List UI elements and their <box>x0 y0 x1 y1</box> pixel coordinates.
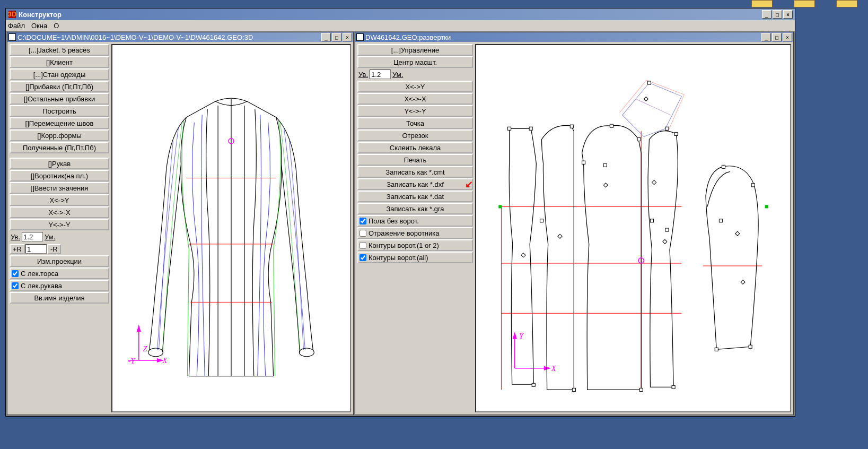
svg-rect-38 <box>572 388 575 391</box>
svg-rect-40 <box>672 385 675 388</box>
btn-upr[interactable]: [...]Управление <box>357 44 473 56</box>
menu-file[interactable]: Файл <box>8 22 25 30</box>
btn-xy2[interactable]: X<->Y <box>357 81 473 92</box>
lbl-pola: Пола без ворот. <box>369 217 419 225</box>
sub-title-flat: DW461642.GEO:развертки <box>365 33 761 41</box>
btn-korr[interactable]: []Корр.формы <box>10 129 109 141</box>
btn-zap-dat[interactable]: Записать как *.dat <box>357 191 473 202</box>
doc-icon <box>356 33 364 41</box>
svg-rect-41 <box>540 219 543 222</box>
sub-minimize-button[interactable]: _ <box>321 33 331 41</box>
lbl-otrazh: Отражение воротника <box>369 229 440 237</box>
btn-ostalnye[interactable]: []Остальные прибавки <box>10 93 109 105</box>
svg-text:-Y: -Y <box>128 357 136 365</box>
btn-xx2[interactable]: X<->-X <box>357 93 473 105</box>
svg-rect-36 <box>674 132 678 135</box>
svg-rect-46 <box>647 81 651 84</box>
svg-rect-50 <box>715 348 718 351</box>
desktop-folder-icon[interactable] <box>751 0 773 7</box>
desktop-folder-icon[interactable] <box>836 0 857 7</box>
sub-titlebar-3d[interactable]: C:\DOCUME~1\ADMIN\0016~1\DEMO-V~1\DEMO-V… <box>7 32 353 42</box>
svg-text:Y: Y <box>519 332 524 340</box>
btn-poluch[interactable]: Полученные (Пг,Пт,Пб) <box>10 142 109 153</box>
maximize-button[interactable]: □ <box>773 10 782 19</box>
chk-slek-rukava[interactable] <box>12 282 19 289</box>
main-window: 3D Конструктор _ □ × Файл Окна О C:\DOCU… <box>5 8 795 417</box>
svg-rect-51 <box>749 345 752 348</box>
svg-rect-42 <box>582 161 585 164</box>
menu-about[interactable]: О <box>54 22 59 30</box>
btn-xx[interactable]: X<->-X <box>10 206 109 218</box>
chk-kontury12[interactable] <box>360 242 366 249</box>
desktop-folder-icon[interactable] <box>794 0 815 7</box>
btn-postroit[interactable]: Построить <box>10 105 109 117</box>
btn-vvima[interactable]: Вв.имя изделия <box>10 292 109 304</box>
chk-slek-torsa[interactable] <box>12 270 19 277</box>
btn-stan[interactable]: [...]Стан одежды <box>10 68 109 80</box>
main-titlebar[interactable]: 3D Конструктор _ □ × <box>6 8 795 20</box>
btn-vorotnik[interactable]: []Воротник(на пл.) <box>10 170 109 182</box>
btn-otrezok[interactable]: Отрезок <box>357 129 473 141</box>
canvas-3d[interactable]: X -Y Z <box>111 44 351 412</box>
sub-maximize-button[interactable]: □ <box>332 33 341 41</box>
sub-titlebar-flat[interactable]: DW461642.GEO:развертки _ □ × <box>355 32 793 42</box>
btn-minusr[interactable]: -R <box>47 244 61 254</box>
menu-windows[interactable]: Окна <box>31 22 47 30</box>
svg-point-15 <box>148 348 163 357</box>
btn-yy2[interactable]: Y<->-Y <box>357 105 473 117</box>
btn-jacket[interactable]: [...]Jacket. 5 peaces <box>10 44 109 56</box>
sub-close-button[interactable]: × <box>783 33 792 41</box>
input-uv[interactable] <box>22 232 43 241</box>
sub-close-button[interactable]: × <box>343 33 352 41</box>
svg-marker-5 <box>157 359 163 362</box>
btn-xy[interactable]: X<->Y <box>10 194 109 206</box>
app-icon: 3D <box>8 10 16 19</box>
canvas-flat[interactable]: X Y <box>475 44 791 412</box>
btn-client[interactable]: []Клиент <box>10 56 109 68</box>
btn-skleit[interactable]: Склеить лекала <box>357 142 473 153</box>
btn-izm[interactable]: Изм.проекции <box>10 255 109 267</box>
btn-pechat[interactable]: Печать <box>357 154 473 166</box>
svg-text:Z: Z <box>143 345 147 353</box>
lbl-slek-rukava: С лек.рукава <box>21 282 62 290</box>
btn-um[interactable]: Ум. <box>43 233 56 241</box>
btn-zap-cmt[interactable]: Записать как *.cmt <box>357 166 473 178</box>
lbl-kontury-all: Контуры ворот.(all) <box>369 254 428 262</box>
right-panel: [...]Управление Центр масшт. Ув. Ум. X<-… <box>357 44 473 412</box>
chk-pola[interactable] <box>360 218 366 225</box>
btn-yy[interactable]: Y<->-Y <box>10 219 109 230</box>
btn-plusr[interactable]: +R <box>10 244 25 254</box>
chk-kontury-all[interactable] <box>360 254 366 261</box>
btn-zap-dxf[interactable]: Записать как *.dxf ↙ <box>357 178 473 190</box>
svg-rect-54 <box>498 205 502 208</box>
svg-rect-55 <box>765 205 768 208</box>
subwindow-3d: C:\DOCUME~1\ADMIN\0016~1\DEMO-V~1\DEMO-V… <box>7 32 354 415</box>
btn-zap-gra[interactable]: Записать как *.gra <box>357 203 473 214</box>
btn-uv2[interactable]: Ув. <box>357 71 369 79</box>
doc-icon <box>8 33 16 41</box>
menubar: Файл Окна О <box>6 20 795 31</box>
annotation-arrow-icon: ↙ <box>465 178 473 190</box>
btn-um2[interactable]: Ум. <box>391 71 404 79</box>
svg-rect-43 <box>603 163 607 167</box>
minimize-button[interactable]: _ <box>762 10 771 19</box>
btn-peremesh[interactable]: []Перемещение швов <box>10 117 109 129</box>
sub-minimize-button[interactable]: _ <box>761 33 771 41</box>
input-r[interactable] <box>25 244 47 254</box>
sub-maximize-button[interactable]: □ <box>772 33 782 41</box>
input-uv2[interactable] <box>370 70 391 79</box>
svg-rect-52 <box>719 219 722 222</box>
btn-pribavki[interactable]: []Прибавки (Пг,Пт,Пб) <box>10 81 109 92</box>
btn-rukav[interactable]: []Рукав <box>10 158 109 169</box>
close-button[interactable]: × <box>783 10 793 19</box>
chk-otrazh[interactable] <box>360 230 366 237</box>
btn-tochka[interactable]: Точка <box>357 117 473 129</box>
btn-uv[interactable]: Ув. <box>10 233 21 241</box>
sub-title-3d: C:\DOCUME~1\ADMIN\0016~1\DEMO-V~1\DEMO-V… <box>17 33 321 41</box>
btn-vvesti[interactable]: []Ввести значения <box>10 182 109 194</box>
subwindow-flat: DW461642.GEO:развертки _ □ × [...]Управл… <box>355 32 794 415</box>
lbl-kontury12: Контуры ворот.(1 or 2) <box>369 241 439 249</box>
svg-text:X: X <box>162 357 168 365</box>
btn-centr[interactable]: Центр масшт. <box>357 56 473 68</box>
left-panel: [...]Jacket. 5 peaces []Клиент [...]Стан… <box>10 44 109 412</box>
